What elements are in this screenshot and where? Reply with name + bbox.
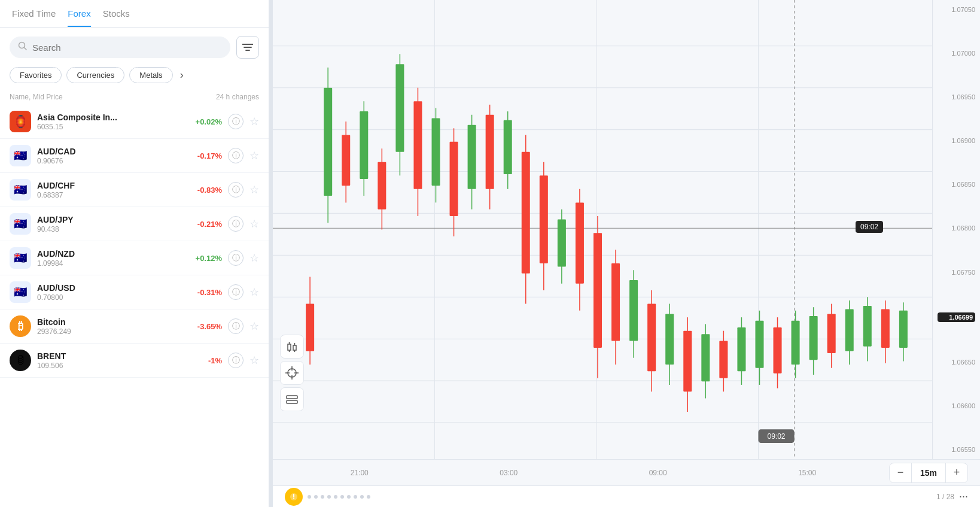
asset-name: AUD/CHF: [37, 181, 181, 190]
sidebar: Fixed Time Forex Stocks Favorites Curren…: [0, 0, 269, 507]
info-button[interactable]: ⓘ: [228, 114, 244, 129]
info-button[interactable]: ⓘ: [228, 353, 244, 368]
star-button[interactable]: ☆: [249, 149, 259, 162]
crosshair-tool-button[interactable]: [280, 361, 304, 385]
asset-info: AUD/NZD 1.09984: [37, 249, 181, 268]
star-button[interactable]: ☆: [249, 217, 259, 230]
crosshair-price-label: 1.06699: [938, 312, 975, 322]
asset-info: AUD/JPY 90.438: [37, 215, 181, 233]
bottom-strip: 1 / 28 ···: [273, 485, 980, 507]
asset-change: -1%: [187, 356, 222, 365]
asset-change: -0.17%: [187, 151, 222, 160]
time-label: 03:00: [500, 469, 518, 477]
asset-name: AUD/NZD: [37, 249, 181, 259]
asset-list: 🏮 Asia Composite In... 6035.15 +0.02% ⓘ …: [0, 105, 269, 507]
list-item[interactable]: 🛢 BRENT 109.506 -1% ⓘ ☆: [0, 344, 269, 378]
pagination-dot: [340, 495, 344, 499]
asset-name: AUD/CAD: [37, 147, 181, 156]
time-axis: 21:00 03:00 09:00 15:00 − 15m +: [273, 459, 980, 485]
tab-stocks[interactable]: Stocks: [103, 8, 130, 27]
price-label: 1.06750: [938, 269, 975, 276]
pill-metals[interactable]: Metals: [129, 67, 172, 83]
info-button[interactable]: ⓘ: [228, 318, 244, 334]
svg-rect-60: [647, 304, 656, 372]
asset-icon: 🇦🇺: [10, 247, 31, 269]
svg-rect-42: [486, 115, 494, 189]
pagination-dot: [354, 495, 357, 499]
search-box[interactable]: [10, 37, 230, 58]
pill-currencies[interactable]: Currencies: [66, 67, 124, 83]
time-label: 15:00: [798, 469, 816, 477]
svg-rect-94: [293, 345, 296, 350]
search-icon: [18, 41, 28, 53]
price-label: 1.06850: [938, 181, 975, 188]
list-item[interactable]: 🇦🇺 AUD/NZD 1.09984 +0.12% ⓘ ☆: [0, 241, 269, 275]
search-input[interactable]: [32, 42, 222, 53]
svg-rect-64: [683, 331, 692, 392]
chart-canvas[interactable]: 09:02: [273, 0, 932, 459]
info-button[interactable]: ⓘ: [228, 284, 244, 300]
list-item[interactable]: 🇦🇺 AUD/CAD 0.90676 -0.17% ⓘ ☆: [0, 139, 269, 173]
asset-icon: 🏮: [10, 111, 31, 132]
star-button[interactable]: ☆: [249, 251, 259, 265]
more-options-button[interactable]: ···: [959, 490, 968, 503]
svg-rect-78: [809, 316, 818, 360]
more-categories-button[interactable]: ›: [178, 69, 186, 81]
asset-info: AUD/CAD 0.90676: [37, 147, 181, 165]
star-button[interactable]: ☆: [249, 320, 259, 333]
category-bar: Favorites Currencies Metals ›: [0, 67, 269, 90]
timeframe-decrease-button[interactable]: −: [890, 463, 911, 482]
search-row: [0, 28, 269, 67]
price-label: 1.06800: [938, 224, 975, 232]
list-item[interactable]: 🇦🇺 AUD/CHF 0.68387 -0.83% ⓘ ☆: [0, 173, 269, 207]
split-tool-button[interactable]: [280, 387, 304, 411]
info-button[interactable]: ⓘ: [228, 250, 244, 266]
list-item[interactable]: ₿ Bitcoin 29376.249 -3.65% ⓘ ☆: [0, 309, 269, 344]
pagination-dot: [314, 495, 318, 499]
price-label: 1.06600: [938, 402, 975, 409]
list-item[interactable]: 🏮 Asia Composite In... 6035.15 +0.02% ⓘ …: [0, 105, 269, 139]
timeframe-increase-button[interactable]: +: [946, 463, 967, 482]
list-item[interactable]: 🇦🇺 AUD/USD 0.70800 -0.31% ⓘ ☆: [0, 275, 269, 309]
svg-rect-44: [504, 120, 512, 174]
svg-rect-103: [287, 400, 297, 403]
timeframe-control: − 15m +: [889, 463, 968, 483]
notification-icon[interactable]: [285, 488, 303, 506]
svg-rect-70: [737, 327, 745, 371]
svg-rect-86: [881, 309, 890, 348]
info-button[interactable]: ⓘ: [228, 182, 244, 198]
price-label: 1.06550: [938, 446, 975, 453]
asset-icon: 🇦🇺: [10, 145, 31, 166]
tab-forex[interactable]: Forex: [68, 8, 90, 27]
star-button[interactable]: ☆: [249, 115, 259, 128]
chart-tools: [280, 335, 304, 411]
candlestick-chart: 09:02: [273, 0, 932, 459]
asset-change: -0.31%: [187, 288, 222, 297]
asset-change: -0.83%: [187, 186, 222, 195]
price-label: 1.06650: [938, 359, 975, 366]
svg-line-1: [25, 48, 27, 50]
asset-icon: ₿: [10, 315, 31, 337]
star-button[interactable]: ☆: [249, 183, 259, 196]
svg-rect-102: [287, 396, 297, 399]
asset-info: AUD/USD 0.70800: [37, 283, 181, 302]
asset-name: AUD/JPY: [37, 215, 181, 224]
star-button[interactable]: ☆: [249, 354, 259, 367]
chart-area: 09:02: [273, 0, 980, 507]
crosshair-time-label: 09:02: [856, 221, 883, 233]
svg-rect-50: [558, 220, 566, 267]
asset-name: BRENT: [37, 351, 181, 361]
candle-tool-button[interactable]: [280, 335, 304, 359]
pagination-dot: [327, 495, 331, 499]
filter-button[interactable]: [236, 36, 259, 59]
star-button[interactable]: ☆: [249, 286, 259, 299]
list-item[interactable]: 🇦🇺 AUD/JPY 90.438 -0.21% ⓘ ☆: [0, 207, 269, 241]
svg-rect-56: [611, 263, 620, 341]
svg-rect-62: [665, 314, 674, 365]
tab-fixed-time[interactable]: Fixed Time: [12, 8, 56, 27]
asset-icon: 🇦🇺: [10, 213, 31, 235]
pill-favorites[interactable]: Favorites: [10, 67, 62, 83]
info-button[interactable]: ⓘ: [228, 216, 244, 232]
info-button[interactable]: ⓘ: [228, 148, 244, 163]
svg-rect-30: [378, 162, 386, 210]
